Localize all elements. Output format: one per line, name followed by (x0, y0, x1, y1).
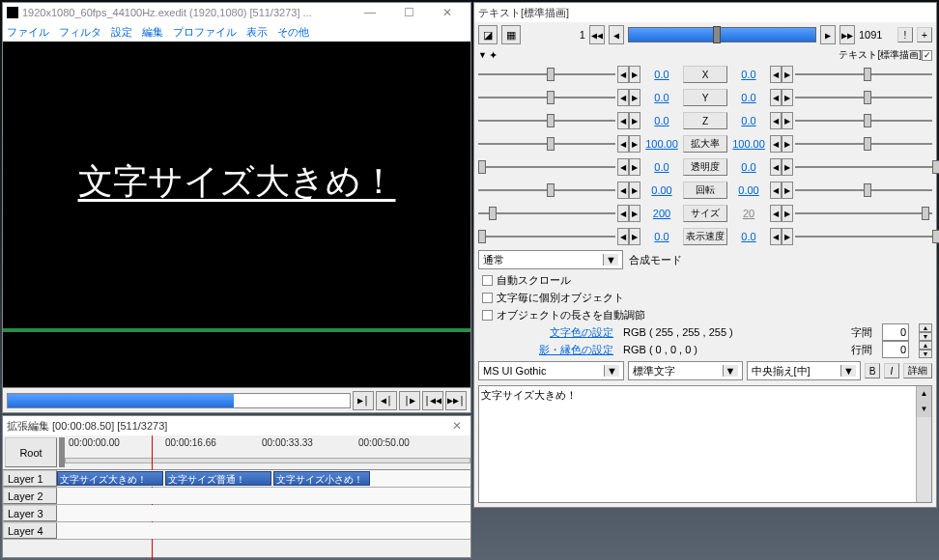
checkbox[interactable] (482, 293, 493, 303)
plus-icon[interactable]: + (917, 27, 932, 42)
dec-left[interactable]: ◀ (617, 158, 629, 176)
inc-left[interactable]: ▶ (629, 66, 640, 83)
inc-right[interactable]: ▶ (782, 89, 793, 106)
frame-last-button[interactable]: ▶▶ (839, 25, 855, 44)
timeline-clip[interactable]: 文字サイズ大きめ！ (57, 471, 163, 486)
timeline-titlebar[interactable]: 拡張編集 [00:00:08.50] [511/3273] ✕ (3, 416, 470, 435)
skip-first-button[interactable]: |◀◀ (422, 391, 443, 410)
text-panel-titlebar[interactable]: テキスト[標準描画] (474, 3, 936, 22)
param-name-button[interactable]: 拡大率 (683, 135, 727, 153)
dec-right[interactable]: ◀ (770, 228, 782, 245)
grid-icon[interactable]: ▦ (501, 25, 521, 44)
layer-track[interactable] (57, 505, 470, 521)
frame-next-button[interactable]: ▶ (820, 25, 836, 44)
main-titlebar[interactable]: 1920x1080_60fps_44100Hz.exedit (1920,108… (3, 3, 470, 22)
slider-left[interactable] (478, 158, 615, 176)
dec-left[interactable]: ◀ (617, 228, 629, 245)
timeline-clip[interactable]: 文字サイズ小さめ！ (273, 471, 370, 486)
value-left[interactable]: 100.00 (642, 138, 681, 150)
slider-left[interactable] (478, 112, 615, 129)
text-color-button[interactable]: 文字色の設定 (478, 325, 613, 340)
root-button[interactable]: Root (5, 437, 57, 467)
dec-left[interactable]: ◀ (617, 66, 629, 83)
layer-label[interactable]: Layer 4 (3, 522, 57, 539)
detail-button[interactable]: 詳細 (903, 363, 932, 378)
value-left[interactable]: 0.0 (642, 69, 681, 80)
value-left[interactable]: 0.0 (642, 231, 681, 242)
inc-left[interactable]: ▶ (629, 89, 640, 106)
close-button[interactable]: ✕ (428, 3, 467, 22)
slider-right[interactable] (795, 205, 932, 222)
italic-button[interactable]: I (884, 363, 899, 378)
value-left[interactable]: 0.00 (642, 184, 681, 196)
dec-left[interactable]: ◀ (617, 182, 629, 199)
slider-right[interactable] (795, 112, 932, 129)
frame-slider[interactable] (628, 27, 816, 42)
timeline-close-button[interactable]: ✕ (447, 416, 467, 435)
dec-left[interactable]: ◀ (617, 205, 629, 222)
timeline-ruler[interactable]: 00:00:00.00 00:00:16.66 00:00:33.33 00:0… (65, 435, 470, 469)
camera-icon[interactable]: ◪ (478, 25, 498, 44)
param-name-button[interactable]: 透明度 (683, 158, 727, 176)
minimize-button[interactable]: — (351, 3, 389, 22)
value-right[interactable]: 0.00 (729, 184, 768, 196)
dec-right[interactable]: ◀ (770, 135, 782, 153)
enable-checkbox[interactable] (922, 50, 932, 61)
menu-profile[interactable]: プロファイル (173, 25, 237, 40)
maximize-button[interactable]: ☐ (389, 3, 428, 22)
layer-label[interactable]: Layer 3 (3, 505, 57, 521)
value-left[interactable]: 0.0 (642, 161, 681, 173)
layer-track[interactable] (57, 522, 470, 539)
play-button[interactable]: ▶| (353, 391, 374, 410)
text-content-input[interactable]: 文字サイズ大きめ！ ▲▼ (478, 385, 932, 503)
param-name-button[interactable]: サイズ (683, 205, 727, 222)
value-left[interactable]: 0.0 (642, 92, 681, 103)
inc-left[interactable]: ▶ (629, 228, 640, 245)
dec-right[interactable]: ◀ (770, 205, 782, 222)
layer-track[interactable] (57, 488, 470, 504)
seek-slider[interactable] (7, 393, 351, 408)
dec-right[interactable]: ◀ (770, 89, 782, 106)
value-left[interactable]: 0.0 (642, 115, 681, 126)
inc-right[interactable]: ▶ (782, 182, 793, 199)
skip-last-button[interactable]: ▶▶| (445, 391, 467, 410)
char-spacing-input[interactable]: 0 (882, 323, 909, 341)
inc-right[interactable]: ▶ (782, 112, 793, 129)
frame-prev-button[interactable]: ◀ (609, 25, 624, 44)
menu-view[interactable]: 表示 (246, 25, 268, 40)
frame-fwd-button[interactable]: |▶ (399, 391, 420, 410)
slider-left[interactable] (478, 182, 615, 199)
align-combo[interactable]: 中央揃え[中]▼ (747, 361, 861, 380)
dec-right[interactable]: ◀ (770, 182, 782, 199)
frame-first-button[interactable]: ◀◀ (589, 25, 605, 44)
layer-label[interactable]: Layer 2 (3, 488, 57, 504)
value-left[interactable]: 200 (642, 208, 681, 219)
value-right[interactable]: 0.0 (729, 92, 768, 103)
slider-right[interactable] (795, 158, 932, 176)
menu-settings[interactable]: 設定 (111, 25, 132, 40)
line-spacing-stepper[interactable]: ▲▼ (919, 341, 932, 358)
value-right[interactable]: 0.0 (729, 115, 768, 126)
inc-right[interactable]: ▶ (782, 66, 793, 83)
inc-right[interactable]: ▶ (782, 135, 793, 153)
dec-right[interactable]: ◀ (770, 66, 782, 83)
inc-left[interactable]: ▶ (629, 205, 640, 222)
slider-right[interactable] (795, 182, 932, 199)
inc-left[interactable]: ▶ (629, 135, 640, 153)
char-spacing-stepper[interactable]: ▲▼ (919, 323, 932, 341)
menu-edit[interactable]: 編集 (142, 25, 163, 40)
value-right[interactable]: 0.0 (729, 161, 768, 173)
font-style-combo[interactable]: 標準文字▼ (628, 361, 742, 380)
dec-left[interactable]: ◀ (617, 112, 629, 129)
inc-right[interactable]: ▶ (782, 158, 793, 176)
info-icon[interactable]: ! (897, 27, 913, 42)
line-spacing-input[interactable]: 0 (882, 341, 909, 358)
param-name-button[interactable]: Z (683, 112, 727, 129)
bold-button[interactable]: B (865, 363, 880, 378)
inc-left[interactable]: ▶ (629, 182, 640, 199)
dec-right[interactable]: ◀ (770, 112, 782, 129)
dec-left[interactable]: ◀ (617, 135, 629, 153)
menu-filter[interactable]: フィルタ (59, 25, 101, 40)
checkbox[interactable] (482, 275, 493, 286)
sub-section-header[interactable]: ▼ ✦ テキスト[標準描画] (474, 47, 936, 63)
